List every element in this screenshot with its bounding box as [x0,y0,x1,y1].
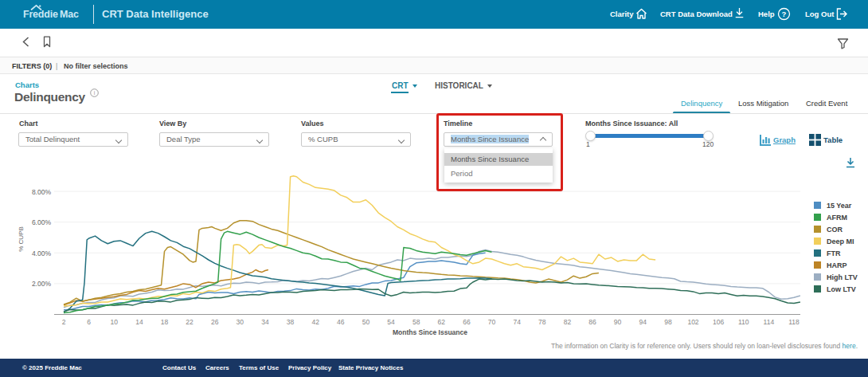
svg-text:4.00%: 4.00% [32,249,52,257]
svg-text:38: 38 [287,318,295,326]
svg-text:26: 26 [211,318,219,326]
svg-text:106: 106 [713,318,724,326]
svg-text:22: 22 [186,318,194,326]
svg-text:114: 114 [764,318,775,326]
svg-text:54: 54 [387,318,395,326]
svg-text:110: 110 [738,318,749,326]
svg-text:?: ? [782,10,787,18]
svg-text:18: 18 [161,318,169,326]
svg-text:90: 90 [614,318,622,326]
svg-text:102: 102 [687,318,698,326]
svg-text:10: 10 [110,318,118,326]
svg-text:8.00%: 8.00% [32,188,52,196]
svg-text:46: 46 [337,318,345,326]
svg-text:42: 42 [311,318,319,326]
svg-text:98: 98 [664,318,672,326]
svg-text:70: 70 [488,318,496,326]
svg-text:6.00%: 6.00% [32,218,52,226]
svg-text:34: 34 [261,318,269,326]
svg-text:86: 86 [588,318,596,326]
svg-text:2: 2 [62,318,66,326]
svg-text:74: 74 [513,318,521,326]
svg-text:66: 66 [463,318,471,326]
svg-text:62: 62 [438,318,446,326]
svg-text:82: 82 [564,318,572,326]
svg-text:6: 6 [87,318,91,326]
svg-text:50: 50 [362,318,370,326]
svg-text:Months Since Issuance: Months Since Issuance [393,328,467,336]
svg-text:i: i [94,90,96,96]
svg-text:14: 14 [135,318,143,326]
svg-text:2.00%: 2.00% [32,280,52,288]
svg-text:30: 30 [237,318,244,326]
svg-text:94: 94 [639,318,647,326]
svg-text:78: 78 [538,318,546,326]
svg-text:% CUPB: % CUPB [18,226,25,252]
svg-text:118: 118 [788,318,800,326]
svg-text:58: 58 [412,318,420,326]
